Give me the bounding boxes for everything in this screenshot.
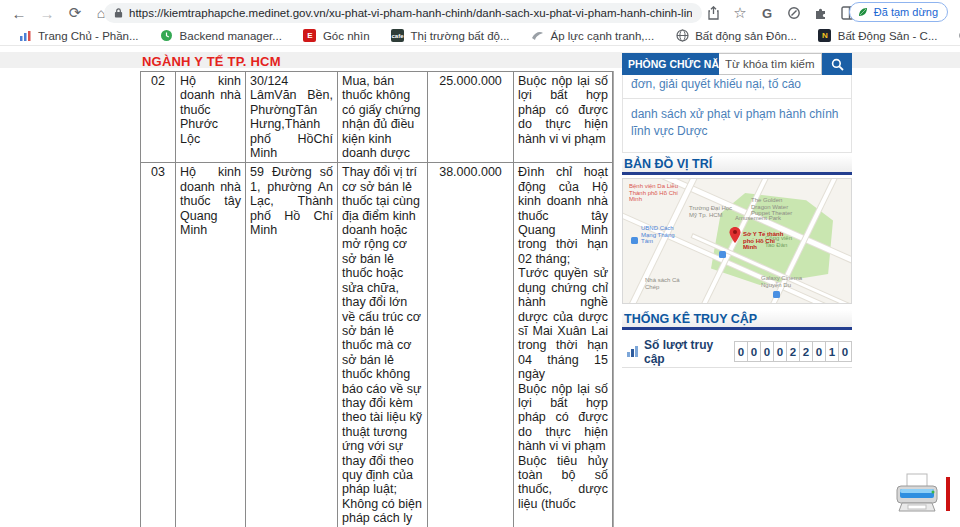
cell-remedy: Buộc nộp lại số lợi bất hợp pháp có được… — [514, 72, 613, 163]
sidebar-menu-item-active[interactable]: danh sách xử phạt vi phạm hành chính lĩn… — [623, 99, 851, 152]
map-marker-icon[interactable] — [729, 227, 741, 243]
map-section-header: BẢN ĐỒ VỊ TRÍ — [622, 155, 852, 175]
back-icon[interactable]: ← — [8, 2, 30, 24]
yellow-logo-icon: N — [818, 29, 832, 43]
cell-row-number: 02 — [141, 72, 176, 163]
sidebar-menu-item[interactable]: đơn, giải quyết khiếu nại, tố cáo — [623, 75, 851, 99]
map-label: Galaxy Cinema Nguyễn Du — [761, 275, 805, 288]
search-input[interactable] — [719, 53, 822, 75]
stats-bars-icon — [626, 345, 639, 358]
map-transit-icon — [631, 237, 638, 244]
puzzle-icon[interactable] — [812, 4, 830, 22]
chart-icon — [18, 29, 32, 43]
counter-digit: 2 — [799, 341, 813, 362]
paused-extension-button[interactable]: Đã tạm dừng — [849, 2, 948, 22]
address-bar[interactable]: https://kiemtraphapche.medinet.gov.vn/xu… — [104, 3, 702, 23]
bookmark-item[interactable]: N Bất Động Sản - C... — [818, 29, 938, 43]
globe-icon — [675, 29, 689, 43]
share-icon[interactable] — [704, 4, 722, 22]
dark-logo-icon: cafe — [391, 29, 405, 43]
bookmark-item[interactable]: Backend manager... — [160, 29, 282, 43]
table-scrollbar[interactable] — [613, 71, 614, 527]
visit-counter-digits: 0 0 0 0 2 2 0 1 0 — [735, 341, 852, 362]
violations-table: 02 Hộ kinh doanh nhà thuốc Phước Lộc 30/… — [140, 71, 613, 527]
map-transit-icon — [719, 251, 726, 258]
cell-address: 59 Đường số 1, phường An Lạc, Thành phố … — [246, 163, 338, 527]
counter-digit: 0 — [838, 341, 852, 362]
map-transit-icon — [773, 291, 780, 298]
clock-icon — [160, 29, 174, 43]
search-icon — [831, 58, 844, 71]
extension-leaf-icon — [857, 6, 869, 18]
counter-digit: 0 — [734, 341, 748, 362]
swoosh-icon — [531, 29, 545, 43]
sidebar-search-row: PHÒNG CHỨC NĂNG — [622, 53, 852, 75]
counter-digit: 0 — [812, 341, 826, 362]
bookmarks-bar: Trang Chủ - Phần... Backend manager... E… — [0, 26, 960, 46]
bookmark-label: Backend manager... — [180, 30, 282, 42]
location-map[interactable]: Bệnh viện Da Liễu Thành phố Hồ Chí Minh … — [622, 178, 852, 304]
map-label: Bệnh viện Da Liễu Thành phố Hồ Chí Minh — [629, 183, 685, 203]
bookmark-label: Bất Động Sản - C... — [838, 30, 938, 42]
bookmark-label: Áp lực cạnh tranh,... — [551, 30, 655, 42]
browser-toolbar: ← → ⟳ ⌂ https://kiemtraphapche.medinet.g… — [0, 0, 960, 26]
bookmark-item[interactable]: E Góc nhìn — [303, 29, 370, 43]
bookmark-label: Trang Chủ - Phần... — [38, 30, 139, 42]
stats-section-header: THỐNG KÊ TRUY CẬP — [622, 310, 852, 330]
table-row: 03 Hộ kinh doanh nhà thuốc tây Quang Min… — [141, 163, 613, 527]
cell-violation: Thay đổi vị trí cơ sở bán lẻ thuốc tại c… — [338, 163, 428, 527]
reload-icon[interactable]: ⟳ — [64, 2, 86, 24]
visit-counter: Số lượt truy cập 0 0 0 0 2 2 0 1 0 — [622, 336, 852, 368]
bookmark-item[interactable]: Áp lực cạnh tranh,... — [531, 29, 655, 43]
forward-icon[interactable]: → — [36, 2, 58, 24]
paused-label: Đã tạm dừng — [874, 6, 938, 18]
lock-icon — [114, 7, 123, 19]
red-logo-icon: E — [303, 29, 317, 43]
counter-digit: 0 — [773, 341, 787, 362]
counter-digit: 1 — [825, 341, 839, 362]
map-label: Nhà sách Cá Chép — [645, 277, 693, 290]
bookmark-label: Góc nhìn — [323, 30, 370, 42]
browser-window: ← → ⟳ ⌂ https://kiemtraphapche.medinet.g… — [0, 0, 960, 527]
cell-address: 30/124 LâmVăn Bền, PhườngTân Hưng,Thành … — [246, 72, 338, 163]
google-g-icon[interactable]: G — [758, 4, 776, 22]
star-icon[interactable]: ☆ — [731, 4, 749, 22]
bookmark-item[interactable]: Bất động sản Đôn... — [675, 29, 797, 43]
cell-row-number: 03 — [141, 163, 176, 527]
sidebar-menu-list: đơn, giải quyết khiếu nại, tố cáo danh s… — [622, 75, 852, 153]
map-label: UBND Cách Mạng Tháng Tám — [641, 225, 681, 245]
hotline-bar — [946, 477, 950, 511]
url-text: https://kiemtraphapche.medinet.gov.vn/xu… — [129, 7, 692, 19]
counter-digit: 0 — [747, 341, 761, 362]
extension-circle-icon[interactable] — [785, 4, 803, 22]
map-label: The Golden Dragon Water Puppet Theater — [751, 197, 803, 217]
cell-business-name: Hộ kinh doanh nhà thuốc Phước Lộc — [176, 72, 246, 163]
site-title: NGÀNH Y TẾ TP. HCM — [142, 54, 281, 69]
search-button[interactable] — [822, 53, 852, 75]
sidebar-menu-header: PHÒNG CHỨC NĂNG — [622, 53, 719, 75]
bookmark-item[interactable]: cafe Thị trường bất độ... — [391, 29, 510, 43]
map-marker-label: Sở Y Tế thành phố Hồ Chí Minh — [743, 231, 787, 251]
bookmark-label: Bất động sản Đôn... — [695, 30, 797, 42]
bookmark-item[interactable]: Trang Chủ - Phần... — [18, 29, 139, 43]
table-row: 02 Hộ kinh doanh nhà thuốc Phước Lộc 30/… — [141, 72, 613, 163]
map-label: Amusement Park — [735, 215, 785, 222]
cell-remedy: Đình chỉ hoạt động của Hộ kinh doanh nhà… — [514, 163, 613, 527]
cell-fine-amount: 25.000.000 — [428, 72, 514, 163]
cell-fine-amount: 38.000.000 — [428, 163, 514, 527]
bookmark-label: Thị trường bất độ... — [411, 30, 510, 42]
counter-digit: 0 — [760, 341, 774, 362]
map-label: Trường Đại Học Mỹ Tp. HCM — [689, 205, 735, 218]
cell-violation: Mua, bán thuốc không có giấy chứng nhận … — [338, 72, 428, 163]
visit-counter-label: Số lượt truy cập — [644, 338, 735, 366]
counter-digit: 2 — [786, 341, 800, 362]
print-button[interactable] — [894, 473, 940, 515]
cell-business-name: Hộ kinh doanh nhà thuốc tây Quang Minh — [176, 163, 246, 527]
